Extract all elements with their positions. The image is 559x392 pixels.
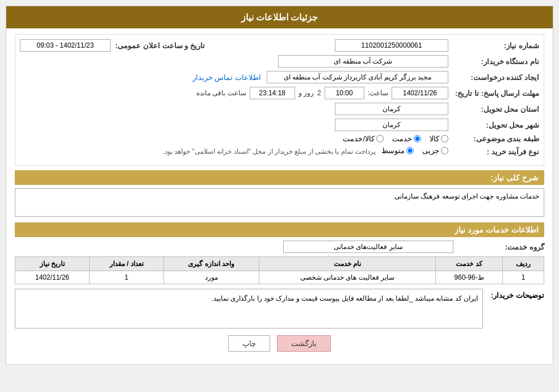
deadline-time: 10:00 [325,87,364,99]
need-description-value: خدمات مشاوره جهت اجرای توسعه فرهنگ سازما… [15,188,544,217]
service-group-value: سایر فعالیت‌های خدماتی [283,241,453,253]
cell-need-date: 1402/11/26 [15,271,90,284]
cell-row-num: 1 [502,271,544,284]
buyer-notes-label: توضیحات خریدار: [487,289,544,300]
purchase-motavasset[interactable]: متوسط [381,146,414,155]
deadline-label: مهلت ارسال پاسخ: تا تاریخ: [448,89,539,98]
cell-service-name: سایر فعالیت های خدماتی شخصی [259,271,436,284]
need-description-section: شرح کلی نیاز: خدمات مشاوره جهت اجرای توس… [15,170,544,217]
remaining-label: روز و [299,89,314,97]
purchase-type-row: نوع فرآیند خرید : جزیی متوسط پرداخت تمام… [20,146,539,157]
need-number-label: شماره نیاز: [448,41,539,50]
city-label: شهر محل تحویل: [448,121,539,129]
province-label: استان محل تحویل: [448,105,539,113]
need-number-value: 1102001250000061 [335,39,448,52]
announcement-label: تاریخ و ساعت اعلان عمومی: [111,41,205,50]
cell-quantity: 1 [89,271,163,284]
footer-buttons: بازگشت چاپ [15,328,544,359]
topic-option-kala[interactable]: کالا [430,134,448,143]
province-row: استان محل تحویل: کرمان [20,103,539,115]
deadline-date: 1402/11/26 [392,87,448,99]
page-header: جزئیات اطلاعات نیاز [6,6,553,28]
service-info-section: اطلاعات خدمات مورد نیاز گروه خدمت: سایر … [15,222,544,284]
cell-service-code: ط-96-960 [436,271,503,284]
table-header-row: ردیف کد خدمت نام خدمت واحد اندازه گیری ت… [15,257,544,271]
buyer-notes-section: توضیحات خریدار: ایران کد مشابه میباشد _ل… [15,289,544,328]
remaining-suffix: ساعت باقی مانده [196,89,246,97]
service-group-label: گروه خدمت: [453,243,544,251]
buyer-org-row: نام دستگاه خریدار: شرکت آب منطقه ای [20,55,539,68]
purchase-type-options: جزیی متوسط [381,146,448,155]
main-container: جزئیات اطلاعات نیاز شماره نیاز: 11020012… [6,6,553,365]
remaining-days-value: 2 [317,89,321,97]
table-row: 1 ط-96-960 سایر فعالیت های خدماتی شخصی م… [15,271,544,284]
items-table: ردیف کد خدمت نام خدمت واحد اندازه گیری ت… [15,256,544,284]
info-section: شماره نیاز: 1102001250000061 تاریخ و ساع… [15,34,544,166]
buyer-org-value: شرکت آب منطقه ای [278,55,448,68]
city-row: شهر محل تحویل: کرمان [20,119,539,131]
print-button[interactable]: چاپ [228,335,270,352]
creator-link[interactable]: اطلاعات تماس خریدار [192,73,261,82]
buyer-org-label: نام دستگاه خریدار: [448,57,539,66]
creator-row: ایجاد کننده درخواست: مجید برزگر کریم آبا… [20,71,539,83]
deadline-row: مهلت ارسال پاسخ: تا تاریخ: 1402/11/26 سا… [20,87,539,99]
creator-label: ایجاد کننده درخواست: [448,73,539,82]
content-area: شماره نیاز: 1102001250000061 تاریخ و ساع… [6,28,553,364]
service-group-row: گروه خدمت: سایر فعالیت‌های خدماتی [15,241,544,253]
col-service-name: نام خدمت [259,257,436,271]
topic-row: طبقه بندی موضوعی: کالا خدمت کالا/خدمت [20,134,539,143]
topic-label: طبقه بندی موضوعی: [448,134,539,143]
announcement-value: 1402/11/23 - 09:03 [20,39,111,52]
cell-unit: مورد [163,271,259,284]
col-need-date: تاریخ نیاز [15,257,90,271]
col-unit: واحد اندازه گیری [163,257,259,271]
purchase-type-label: نوع فرآیند خرید : [448,147,539,156]
purchase-type-content: جزیی متوسط پرداخت تمام یا بخشی از مبلغ خ… [20,146,448,157]
service-info-title: اطلاعات خدمات مورد نیاز [15,222,544,237]
topic-options: کالا خدمت کالا/خدمت [343,134,448,143]
buyer-notes-value: ایران کد مشابه میباشد _لطفا بعد از مطالع… [15,289,483,328]
topic-option-kala-khedmat[interactable]: کالا/خدمت [343,134,384,143]
col-row-num: ردیف [502,257,544,271]
creator-value: مجید برزگر کریم آبادی کاربرداز شرکت آب م… [267,71,448,83]
col-service-code: کد خدمت [436,257,503,271]
deadline-time-label: ساعت: [368,89,388,97]
col-quantity: تعداد / مقدار [89,257,163,271]
topic-option-khedmat[interactable]: خدمت [392,134,421,143]
need-number-row: شماره نیاز: 1102001250000061 تاریخ و ساع… [20,39,539,52]
back-button[interactable]: بازگشت [277,335,331,352]
purchase-jozi[interactable]: جزیی [422,146,448,155]
remaining-time: 23:14:18 [250,87,295,99]
province-value: کرمان [335,103,448,115]
page-title: جزئیات اطلاعات نیاز [241,12,318,22]
need-description-title: شرح کلی نیاز: [15,170,544,185]
city-value: کرمان [335,119,448,131]
purchase-type-note: پرداخت تمام یا بخشی از مبلغ خریدار از مح… [20,146,376,157]
